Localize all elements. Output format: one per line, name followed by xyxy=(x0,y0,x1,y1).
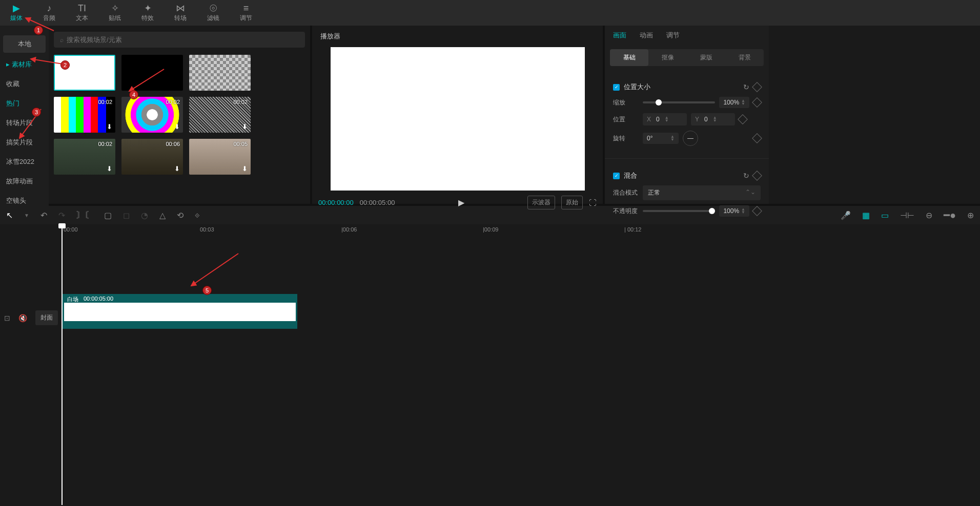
zoom-in-icon[interactable]: ⊕ xyxy=(967,210,974,220)
prop-tab-picture[interactable]: 画面 xyxy=(613,31,626,40)
fullscreen-icon[interactable]: ⛶ xyxy=(589,198,597,207)
label-scale: 缩放 xyxy=(613,98,639,107)
download-icon[interactable]: ⬇ xyxy=(174,123,180,131)
sidebar-item-empty-shot[interactable]: 空镜头 xyxy=(0,191,49,210)
mute-icon[interactable]: 🔇 xyxy=(18,314,27,322)
sidebar-item-glitch[interactable]: 故障动画 xyxy=(0,172,49,191)
sidebar-item-ice2022[interactable]: 冰雪2022 xyxy=(0,152,49,172)
split-icon[interactable]: 〙〘 xyxy=(76,210,93,221)
tab-audio[interactable]: ♪音频 xyxy=(38,0,60,26)
clip-duration: 00:00:05:00 xyxy=(84,296,113,303)
prop-tab-adjust[interactable]: 调节 xyxy=(666,31,680,40)
timeline-ruler[interactable]: 00:00 00:03 |00:06 |00:09 | 00:12 xyxy=(62,224,980,238)
original-button[interactable]: 原始 xyxy=(561,196,583,209)
freeze-icon[interactable]: ◻ xyxy=(123,210,130,220)
dropdown-icon[interactable]: ▼ xyxy=(24,213,29,218)
transition-icon: ⋈ xyxy=(176,4,185,13)
download-icon[interactable]: ⬇ xyxy=(107,165,112,173)
pointer-tool-icon[interactable]: ↖ xyxy=(6,210,13,220)
opacity-value[interactable]: 100%▲▼ xyxy=(719,205,749,217)
subtab-mask[interactable]: 蒙版 xyxy=(687,49,725,66)
blend-mode-select[interactable]: 正常⌃⌄ xyxy=(643,185,761,200)
align-icon[interactable]: ⊣⊢ xyxy=(900,210,914,220)
keyframe-scale-icon[interactable] xyxy=(752,97,762,108)
keyframe-pos-size-icon[interactable] xyxy=(752,82,762,92)
sidebar-item-library[interactable]: 素材库 xyxy=(0,55,49,74)
preview-canvas[interactable] xyxy=(331,47,585,191)
sidebar-item-local[interactable]: 本地 xyxy=(3,35,46,53)
thumb-black[interactable] xyxy=(121,55,183,91)
rotate-value[interactable]: 0°▲▼ xyxy=(643,133,679,144)
thumb-testcard[interactable]: 00:02⬇ xyxy=(121,97,183,133)
preview-area[interactable] xyxy=(312,47,603,191)
playhead[interactable] xyxy=(62,224,63,505)
tab-sticker-label: 贴纸 xyxy=(109,14,121,23)
ruler-mark: 00:03 xyxy=(200,226,214,233)
position-x[interactable]: X0▲▼ xyxy=(643,113,687,125)
thumb-colorbars[interactable]: 00:02⬇ xyxy=(54,97,115,133)
reset-blend-icon[interactable]: ↻ xyxy=(743,172,749,180)
rotate-dial[interactable]: — xyxy=(683,131,698,146)
tab-text[interactable]: TI文本 xyxy=(71,0,93,26)
tab-effect[interactable]: ✦特效 xyxy=(136,0,159,26)
tab-filter[interactable]: ⦾滤镜 xyxy=(202,0,224,26)
thumb-noise[interactable]: 00:02⬇ xyxy=(189,97,251,133)
play-button[interactable]: ▶ xyxy=(458,198,464,207)
tab-sticker[interactable]: ✧贴纸 xyxy=(104,0,126,26)
reset-pos-size-icon[interactable]: ↻ xyxy=(743,83,749,91)
prop-tab-anim[interactable]: 动画 xyxy=(640,31,653,40)
checkbox-blend[interactable]: ✓ xyxy=(613,173,620,179)
thumb-white[interactable] xyxy=(54,55,115,91)
opacity-slider[interactable] xyxy=(643,210,715,212)
subtab-cutout[interactable]: 抠像 xyxy=(648,49,687,66)
keyframe-position-icon[interactable] xyxy=(738,114,748,124)
redo-icon[interactable]: ↷ xyxy=(58,210,65,220)
keyframe-blend-icon[interactable] xyxy=(752,171,762,181)
checkbox-pos-size[interactable]: ✓ xyxy=(613,84,620,91)
tab-adjust[interactable]: ≡调节 xyxy=(235,0,257,26)
mic-icon[interactable]: 🎤 xyxy=(841,210,851,220)
ruler-mark: |00:06 xyxy=(341,226,357,233)
scale-slider[interactable] xyxy=(643,101,715,103)
download-icon[interactable]: ⬇ xyxy=(174,165,180,173)
rotate-tool-icon[interactable]: ⟲ xyxy=(177,210,183,220)
thumb-toycar[interactable]: 00:05⬇ xyxy=(189,139,251,175)
keyframe-rotate-icon[interactable] xyxy=(752,133,762,143)
tab-media[interactable]: ▶媒体 xyxy=(5,0,28,26)
sidebar-item-transition-clip[interactable]: 转场片段 xyxy=(0,113,49,133)
timeline[interactable]: 00:00 00:03 |00:06 |00:09 | 00:12 ⊡ 🔇 封面… xyxy=(0,224,980,505)
scale-value[interactable]: 100%▲▼ xyxy=(719,97,749,108)
auto-subtitle-icon[interactable]: ▭ xyxy=(881,210,889,220)
search-input[interactable] xyxy=(67,36,299,44)
sidebar-item-funny[interactable]: 搞笑片段 xyxy=(0,133,49,152)
timeline-clip[interactable]: 白场 00:00:05:00 xyxy=(63,294,297,329)
delete-icon[interactable]: ▢ xyxy=(104,210,112,220)
zoom-out-icon[interactable]: ⊖ xyxy=(926,210,932,220)
undo-icon[interactable]: ↶ xyxy=(40,210,47,220)
zoom-slider-handle[interactable]: ━● xyxy=(944,209,956,221)
crop-icon[interactable]: ⟐ xyxy=(195,210,200,220)
mirror-icon[interactable]: △ xyxy=(159,210,166,220)
thumb-duration: 00:06 xyxy=(166,141,180,147)
sidebar-item-fav[interactable]: 收藏 xyxy=(0,74,49,94)
thumb-transparent[interactable] xyxy=(189,55,251,91)
track-toggle-icon[interactable]: ⊡ xyxy=(4,314,10,322)
scope-button[interactable]: 示波器 xyxy=(527,196,555,209)
clip-name: 白场 xyxy=(67,296,78,303)
search-box[interactable]: ⌕ xyxy=(54,32,305,48)
speed-icon[interactable]: ◔ xyxy=(141,210,148,220)
download-icon[interactable]: ⬇ xyxy=(242,165,248,173)
tab-transition[interactable]: ⋈转场 xyxy=(169,0,192,26)
subtab-bg[interactable]: 背景 xyxy=(725,49,764,66)
download-icon[interactable]: ⬇ xyxy=(242,123,248,131)
cover-button[interactable]: 封面 xyxy=(35,310,58,325)
auto-caption-icon[interactable]: ▦ xyxy=(862,210,870,220)
position-y[interactable]: Y0▲▼ xyxy=(691,113,735,125)
keyframe-opacity-icon[interactable] xyxy=(752,206,762,216)
tab-text-label: 文本 xyxy=(76,14,88,23)
sidebar-item-hot[interactable]: 热门 xyxy=(0,94,49,113)
thumb-cat[interactable]: 00:02⬇ xyxy=(54,139,115,175)
download-icon[interactable]: ⬇ xyxy=(107,123,112,131)
subtab-basic[interactable]: 基础 xyxy=(610,49,648,66)
thumb-llama[interactable]: 00:06⬇ xyxy=(121,139,183,175)
